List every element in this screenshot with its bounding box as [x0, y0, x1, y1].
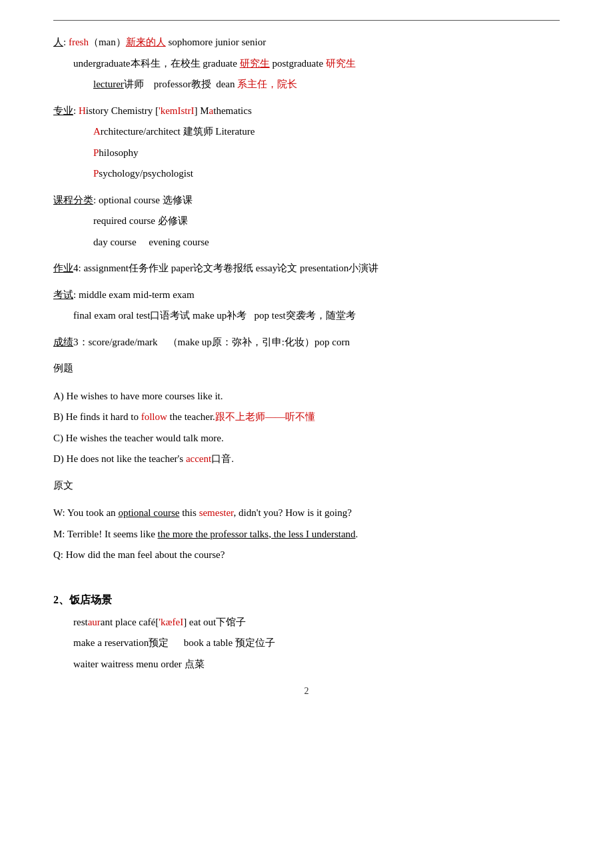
- course-type-line1: 课程分类: optional course 选修课: [53, 192, 560, 209]
- original-title: 原文: [53, 477, 560, 495]
- people-lecturer: lecturer讲师 professor教授 dean 系主任，院长: [93, 79, 297, 89]
- homework-line1: 作业4: assignment任务作业 paper论文考卷报纸 essay论文 …: [53, 260, 560, 277]
- section-examples: 例题 A) He wishes to have more courses lik…: [53, 360, 560, 468]
- example-title: 例题: [53, 360, 560, 377]
- major-line2: Architecture/architect 建筑师 Literature: [93, 123, 560, 141]
- example-c: C) He wishes the teacher would talk more…: [53, 430, 560, 447]
- page-container: 人: fresh（man）新来的人 sophomore junior senio…: [0, 0, 613, 868]
- example-b: B) He finds it hard to follow the teache…: [53, 409, 560, 426]
- section-homework: 作业4: assignment任务作业 paper论文考卷报纸 essay论文 …: [53, 260, 560, 277]
- original-w: W: You took an optional course this seme…: [53, 505, 560, 522]
- exam-line2: final exam oral test口语考试 make up补考 pop t…: [73, 307, 560, 325]
- major-line1: 专业: History Chemistry ['kemIstrI] Mathem…: [53, 103, 560, 120]
- major-line3: Philosophy: [93, 145, 560, 162]
- grade-line1: 成绩3：score/grade/mark （make up原：弥补，引申:化妆）…: [53, 334, 560, 351]
- course-type-line3: day course evening course: [93, 234, 560, 251]
- section-course-type: 课程分类: optional course 选修课 required cours…: [53, 192, 560, 251]
- top-divider: [53, 20, 560, 21]
- scene2-line3: waiter waitress menu order 点菜: [73, 656, 560, 673]
- section-original: 原文 W: You took an optional course this s…: [53, 477, 560, 564]
- section-exam: 考试: middle exam mid-term exam final exam…: [53, 287, 560, 325]
- people-label: 人: fresh（man）新来的人 sophomore junior senio…: [53, 37, 266, 47]
- course-type-line2: required course 必修课: [93, 213, 560, 230]
- scene2-title: 2、饭店场景: [53, 593, 560, 607]
- section-people: 人: fresh（man）新来的人 sophomore junior senio…: [53, 34, 560, 93]
- original-m: M: Terrible! It seems like the more the …: [53, 526, 560, 543]
- section-major: 专业: History Chemistry ['kemIstrI] Mathem…: [53, 103, 560, 183]
- example-d: D) He does not like the teacher's accent…: [53, 451, 560, 468]
- page-number: 2: [53, 686, 560, 697]
- people-line3: lecturer讲师 professor教授 dean 系主任，院长: [93, 76, 560, 93]
- scene2-line1: restaurant place café['kæfeI] eat out下馆子: [73, 614, 560, 631]
- section-grade: 成绩3：score/grade/mark （make up原：弥补，引申:化妆）…: [53, 334, 560, 351]
- people-line2: undergraduate本科生，在校生 graduate 研究生 postgr…: [73, 55, 560, 73]
- scene2-line2: make a reservation预定 book a table 预定位子: [73, 635, 560, 652]
- exam-line1: 考试: middle exam mid-term exam: [53, 287, 560, 304]
- major-line4: Psychology/psychologist: [93, 165, 560, 183]
- original-q: Q: How did the man feel about the course…: [53, 547, 560, 564]
- people-line1: 人: fresh（man）新来的人 sophomore junior senio…: [53, 34, 560, 51]
- people-undergraduate: undergraduate本科生，在校生 graduate 研究生 postgr…: [73, 58, 356, 69]
- section-scene2: 2、饭店场景 restaurant place café['kæfeI] eat…: [53, 593, 560, 673]
- example-a: A) He wishes to have more courses like i…: [53, 388, 560, 405]
